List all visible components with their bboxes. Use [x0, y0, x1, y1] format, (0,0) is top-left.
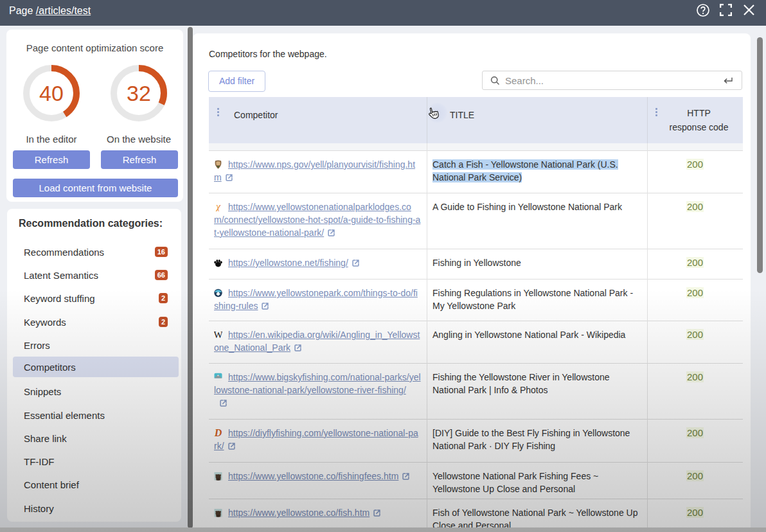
- svg-text:χ: χ: [215, 202, 221, 211]
- svg-text:W: W: [214, 330, 222, 339]
- svg-text:D: D: [214, 429, 222, 438]
